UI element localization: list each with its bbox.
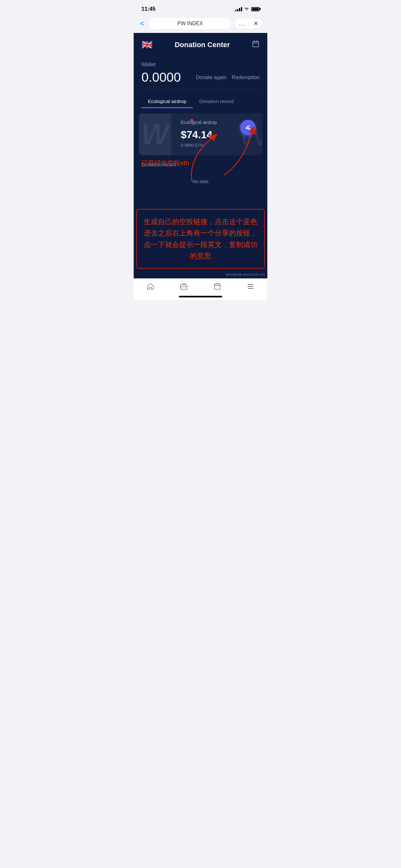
wallet-actions: Donate again Redemption bbox=[196, 74, 259, 81]
menu-icon bbox=[247, 283, 254, 292]
chinese-annotation-text: 生成自己的空投链接，点击这个蓝色 进去之后右上角有一个分享的按钮，点一下就会提示… bbox=[142, 216, 259, 261]
wallet-amount: 0.0000 bbox=[142, 70, 181, 85]
wifi-icon bbox=[244, 6, 249, 11]
tab-home[interactable] bbox=[134, 283, 167, 292]
donation-section: Donation record No data bbox=[134, 155, 267, 190]
language-flag[interactable]: 🇬🇧 bbox=[142, 39, 153, 50]
donation-record-label: Donation record bbox=[142, 162, 259, 167]
wallet-section: Wallet 0.0000 Donate again Redemption bbox=[134, 55, 267, 90]
status-bar: 11:45 bbox=[134, 0, 267, 16]
svg-rect-17 bbox=[214, 284, 220, 289]
svg-rect-15 bbox=[181, 285, 187, 289]
tab-briefcase[interactable] bbox=[167, 283, 201, 292]
tab-calendar[interactable] bbox=[201, 283, 234, 292]
battery-icon bbox=[251, 7, 259, 11]
briefcase-icon bbox=[180, 283, 188, 292]
tab-menu[interactable] bbox=[234, 283, 268, 292]
divider bbox=[142, 90, 259, 90]
wallet-row: 0.0000 Donate again Redemption bbox=[142, 70, 259, 85]
home-indicator bbox=[179, 296, 222, 298]
browser-nav: < PW INDEX ... ✕ bbox=[134, 16, 267, 33]
svg-point-5 bbox=[249, 125, 250, 126]
nav-more-button[interactable]: ... bbox=[239, 20, 250, 27]
card-left-panel: W bbox=[139, 113, 171, 155]
calendar-tab-icon bbox=[213, 283, 221, 292]
no-data-text: No data bbox=[142, 173, 259, 190]
nav-close-button[interactable]: ✕ bbox=[250, 20, 258, 27]
notification-dot bbox=[190, 119, 193, 122]
donate-again-button[interactable]: Donate again bbox=[196, 74, 227, 81]
status-icons bbox=[235, 6, 259, 11]
share-network-button[interactable] bbox=[240, 120, 256, 135]
redemption-button[interactable]: Redemption bbox=[232, 74, 259, 81]
browser-title: PW INDEX bbox=[150, 18, 231, 29]
signal-icon bbox=[235, 7, 242, 11]
nav-actions: ... ✕ bbox=[235, 19, 262, 28]
tab-donation-record[interactable]: Donation record bbox=[193, 95, 240, 108]
app-header: 🇬🇧 Donation Center bbox=[134, 33, 267, 55]
chinese-annotation-box: 生成自己的空投链接，点击这个蓝色 进去之后右上角有一个分享的按钮，点一下就会提示… bbox=[136, 209, 265, 269]
wallet-label: Wallet bbox=[142, 62, 259, 67]
airdrop-card: W W Ecological airdrop $74.14 0.3000 ETH bbox=[139, 113, 262, 155]
home-icon bbox=[147, 283, 154, 292]
bottom-tab-bar bbox=[134, 278, 267, 300]
app-container: 🇬🇧 Donation Center Wallet 0.0000 Donate … bbox=[134, 33, 267, 278]
svg-point-9 bbox=[247, 126, 249, 127]
calendar-icon[interactable] bbox=[252, 40, 259, 50]
nav-back-button[interactable]: < bbox=[139, 18, 146, 29]
svg-rect-0 bbox=[253, 41, 258, 47]
brand-logo: W bbox=[142, 120, 169, 149]
svg-line-13 bbox=[248, 127, 249, 128]
card-section: W W Ecological airdrop $74.14 0.3000 ETH bbox=[134, 113, 267, 155]
tabs-row: Ecological airdrop Donation record bbox=[134, 95, 267, 108]
status-time: 11:45 bbox=[142, 6, 155, 12]
page-title: Donation Center bbox=[175, 41, 230, 49]
card-eth-amount: 0.3000 ETH bbox=[181, 143, 256, 148]
tab-ecological-airdrop[interactable]: Ecological airdrop bbox=[142, 95, 193, 108]
website-label: 首码项目网 www.E318.com bbox=[225, 273, 265, 277]
